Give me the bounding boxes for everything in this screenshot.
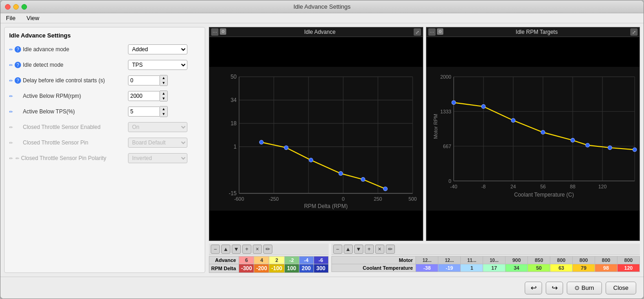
table-cell[interactable]: 800 bbox=[550, 256, 573, 264]
spinner-rpm-up[interactable]: ▲ bbox=[160, 91, 167, 96]
table-cell[interactable]: 12... bbox=[438, 256, 461, 264]
control-active-rpm: ▲ ▼ bbox=[128, 91, 200, 101]
spinner-rpm-down[interactable]: ▼ bbox=[160, 96, 167, 101]
setting-closed-polarity: ✏ ✏ Closed Throttle Sensor Pin Polarity … bbox=[9, 152, 200, 164]
tb1-down[interactable]: ▼ bbox=[232, 245, 241, 254]
spinner-delay-down[interactable]: ▼ bbox=[160, 80, 167, 85]
chart2-icon-expand[interactable]: ⋯ bbox=[428, 28, 436, 36]
tb2-times[interactable]: × bbox=[375, 245, 384, 254]
setting-label-idle-detect: ✏ ? Idle detect mode bbox=[9, 62, 128, 68]
table-cell[interactable]: 100 bbox=[284, 264, 299, 273]
tb1-minus[interactable]: − bbox=[211, 245, 220, 254]
table-cell[interactable]: -200 bbox=[254, 264, 269, 273]
setting-idle-detect-mode: ✏ ? Idle detect mode TPSMAPNone bbox=[9, 59, 200, 71]
charts-row: ⋯ ⚙ Idle Advance ⤢ bbox=[209, 27, 640, 241]
svg-text:RPM Delta (RPM): RPM Delta (RPM) bbox=[304, 203, 347, 209]
tb1-up[interactable]: ▲ bbox=[221, 245, 230, 254]
table-cell[interactable]: 17 bbox=[483, 264, 506, 272]
help-icon-1[interactable]: ? bbox=[15, 46, 21, 53]
table-cell[interactable]: 12... bbox=[416, 256, 438, 264]
help-icon-3[interactable]: ? bbox=[15, 77, 21, 84]
table-cell[interactable]: 200 bbox=[299, 264, 314, 273]
menu-file[interactable]: File bbox=[4, 15, 17, 21]
select-closed-pin: Board Default bbox=[128, 138, 187, 148]
chart1-icon-settings[interactable]: ⚙ bbox=[220, 28, 226, 35]
chart1-header: ⋯ ⚙ Idle Advance ⤢ bbox=[209, 27, 423, 37]
table-cell[interactable]: 11... bbox=[461, 256, 483, 264]
table-cell[interactable]: -38 bbox=[416, 264, 438, 272]
tb2-down[interactable]: ▼ bbox=[354, 245, 363, 254]
table-cell[interactable]: -19 bbox=[438, 264, 461, 272]
table-cell[interactable]: -300 bbox=[239, 264, 254, 273]
table-cell[interactable]: 4 bbox=[254, 256, 269, 264]
table-cell[interactable]: 63 bbox=[550, 264, 573, 272]
table-cell[interactable]: 800 bbox=[595, 256, 617, 264]
control-delay: ▲ ▼ bbox=[128, 75, 200, 86]
tb2-minus[interactable]: − bbox=[333, 245, 342, 254]
burn-button[interactable]: ⊙ Burn bbox=[567, 282, 601, 294]
maximize-button[interactable] bbox=[21, 4, 27, 10]
chart2-body: 2000 1333 667 0 -40 -8 24 56 88 120 bbox=[426, 37, 640, 240]
input-active-rpm[interactable] bbox=[128, 91, 160, 101]
svg-text:18: 18 bbox=[230, 120, 237, 127]
table-cell[interactable]: -2 bbox=[284, 256, 299, 264]
svg-text:1: 1 bbox=[234, 144, 237, 150]
help-icon-2[interactable]: ? bbox=[15, 62, 21, 68]
tb1-plus[interactable]: + bbox=[242, 245, 251, 254]
chart2-icon-expand2[interactable]: ⤢ bbox=[630, 28, 638, 36]
chart1-icon-expand2[interactable]: ⤢ bbox=[414, 28, 421, 36]
svg-text:1333: 1333 bbox=[440, 109, 451, 114]
setting-closed-pin: ✏ Closed Throttle Sensor Pin Board Defau… bbox=[9, 137, 200, 149]
table-cell[interactable]: 300 bbox=[314, 264, 328, 273]
table-cell[interactable]: -6 bbox=[314, 256, 328, 264]
tb2-plus[interactable]: + bbox=[365, 245, 374, 254]
table-cell[interactable]: 2 bbox=[269, 256, 284, 264]
table-cell[interactable]: 1 bbox=[461, 264, 483, 272]
table-cell[interactable]: 120 bbox=[617, 264, 639, 272]
input-delay[interactable] bbox=[128, 75, 160, 85]
setting-label-active-tps: ✏ Active Below TPS(%) bbox=[9, 108, 128, 115]
content-area: Idle Advance Settings ✏ ? Idle advance m… bbox=[0, 23, 644, 277]
menu-view[interactable]: View bbox=[25, 15, 41, 21]
close-button[interactable]: Close bbox=[606, 282, 636, 294]
select-idle-advance-mode[interactable]: AddedReplacedNone bbox=[128, 44, 187, 54]
chart2-icon-settings[interactable]: ⚙ bbox=[437, 28, 443, 35]
chart2-title: Idle RPM Targets bbox=[443, 29, 631, 35]
input-active-tps[interactable] bbox=[128, 107, 160, 117]
chart1-icon-expand[interactable]: ⋯ bbox=[211, 28, 218, 36]
minimize-button[interactable] bbox=[13, 4, 19, 10]
redo-button[interactable]: ↪ bbox=[546, 282, 563, 294]
spinner-tps-down[interactable]: ▼ bbox=[160, 112, 167, 117]
table-cell[interactable]: 50 bbox=[528, 264, 550, 272]
pencil-icon-1: ✏ bbox=[9, 47, 13, 52]
close-button[interactable] bbox=[5, 4, 11, 10]
spinner-delay-up[interactable]: ▲ bbox=[160, 75, 167, 80]
svg-text:500: 500 bbox=[409, 196, 417, 202]
spinner-tps-up[interactable]: ▲ bbox=[160, 107, 167, 112]
motor-row-label: Motor bbox=[331, 256, 416, 264]
table-cell[interactable]: -100 bbox=[269, 264, 284, 273]
chart2-header: ⋯ ⚙ Idle RPM Targets ⤢ bbox=[426, 27, 640, 37]
tb1-times[interactable]: × bbox=[253, 245, 262, 254]
table-cell[interactable]: 98 bbox=[595, 264, 617, 272]
chart-idle-advance: ⋯ ⚙ Idle Advance ⤢ bbox=[209, 27, 423, 241]
traffic-lights bbox=[5, 4, 27, 10]
table-cell[interactable]: 10... bbox=[483, 256, 506, 264]
table-cell[interactable]: 900 bbox=[506, 256, 528, 264]
table-cell[interactable]: 34 bbox=[506, 264, 528, 272]
table-cell[interactable]: 800 bbox=[573, 256, 595, 264]
tb2-up[interactable]: ▲ bbox=[344, 245, 353, 254]
table-cell[interactable]: 800 bbox=[617, 256, 639, 264]
table-cell[interactable]: 79 bbox=[573, 264, 595, 272]
undo-button[interactable]: ↩ bbox=[525, 282, 542, 294]
select-idle-detect-mode[interactable]: TPSMAPNone bbox=[128, 60, 187, 70]
svg-text:0: 0 bbox=[342, 196, 345, 202]
svg-point-60 bbox=[541, 130, 545, 134]
tb1-pencil[interactable]: ✏ bbox=[263, 245, 272, 254]
table-cell[interactable]: 6 bbox=[239, 256, 254, 264]
table-cell[interactable]: 850 bbox=[528, 256, 550, 264]
spinner-active-tps: ▲ ▼ bbox=[128, 106, 168, 117]
table-cell[interactable]: -4 bbox=[299, 256, 314, 264]
tb2-pencil[interactable]: ✏ bbox=[386, 245, 395, 254]
svg-rect-32 bbox=[426, 67, 640, 211]
